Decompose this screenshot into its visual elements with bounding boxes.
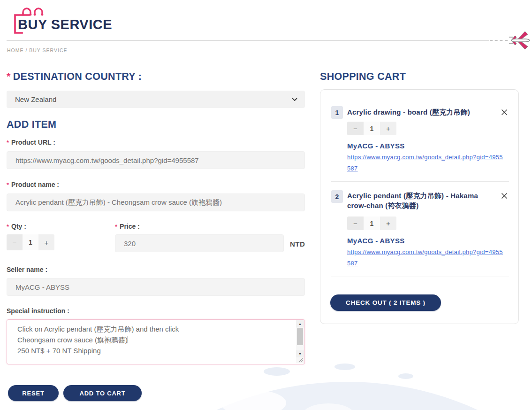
world-map-background [0,358,532,410]
add-item-heading: ADD ITEM [7,119,56,131]
cart-qty-increase-button[interactable]: + [380,122,396,135]
seller-name-label: Seller name : [7,266,47,273]
price-label: *Price : [115,223,140,230]
cart-item-url-link[interactable]: https://www.myacg.com.tw/goods_detail.ph… [347,152,503,174]
price-input[interactable] [115,234,284,252]
product-url-label: *Product URL : [7,139,55,146]
cart-item-number: 1 [331,106,343,119]
airplane-icon [508,29,530,52]
cart-item-name: Acrylic pendant (壓克力吊飾) - Hakama crow-ch… [347,191,490,210]
required-asterisk: * [7,71,11,82]
text-cursor [128,336,128,343]
header-divider [7,40,489,41]
remove-item-icon[interactable] [501,192,508,200]
cart-qty-stepper: − 1 + [347,217,396,230]
scroll-up-icon[interactable]: ▲ [296,320,304,327]
special-instruction-textarea[interactable]: Click on Acrylic pendant (壓克力吊飾) and the… [7,319,305,364]
scroll-down-icon[interactable]: ▼ [296,350,304,357]
special-instruction-label: Special instruction : [7,307,69,315]
cart-qty-decrease-button[interactable]: − [347,217,364,230]
cart-qty-decrease-button[interactable]: − [347,122,364,135]
remove-item-icon[interactable] [501,108,508,116]
page-title: BUY SERVICE [18,17,112,32]
shopping-cart-panel: 1 Acrylic drawing - board (壓克力吊飾) − 1 + … [320,89,519,324]
product-name-label: *Product name : [7,181,59,188]
product-name-input[interactable] [7,193,305,211]
reset-button[interactable]: RESET [8,385,59,401]
cart-item-seller: MyACG - ABYSS [347,237,405,245]
add-to-cart-button[interactable]: ADD TO CART [63,385,142,401]
shopping-cart-heading: SHOPPING CART [320,71,406,83]
cart-qty-stepper: − 1 + [347,122,396,135]
scrollbar-thumb[interactable] [297,328,303,345]
breadcrumb-separator: / [25,47,27,53]
qty-label: *Qty : [7,223,26,230]
seller-name-input[interactable] [7,278,305,296]
qty-increase-button[interactable]: + [38,234,54,250]
checkout-button[interactable]: CHECK OUT ( 2 ITEMS ) [330,294,441,311]
cart-item-number: 2 [331,190,343,203]
breadcrumb-current: BUY SERVICE [29,47,67,53]
destination-country-select[interactable]: New Zealand [7,91,305,108]
cart-qty-value: 1 [364,122,380,135]
qty-value: 1 [23,234,38,250]
divider [331,181,509,182]
breadcrumb-home-link[interactable]: HOME [7,47,24,53]
cart-item-name: Acrylic drawing - board (壓克力吊飾) [347,107,490,117]
cart-item-seller: MyACG - ABYSS [347,142,405,150]
chevron-down-icon [292,98,297,101]
product-url-input[interactable] [7,151,305,169]
qty-decrease-button[interactable]: − [7,234,23,250]
textarea-scrollbar[interactable]: ▲ ▼ [296,320,304,364]
special-instruction-text: Click on Acrylic pendant (壓克力吊飾) and the… [17,324,293,356]
header-divider-dashed [490,40,508,41]
qty-stepper: − 1 + [7,234,54,250]
cart-item-url-link[interactable]: https://www.myacg.com.tw/goods_detail.ph… [347,247,503,269]
resize-grip-icon[interactable] [296,357,304,364]
divider [331,277,509,277]
cart-qty-value: 1 [364,217,380,230]
destination-country-value: New Zealand [15,95,292,103]
currency-label: NTD [290,240,305,248]
destination-country-heading: *DESTINATION COUNTRY : [7,71,142,83]
breadcrumb: HOME / BUY SERVICE [7,47,68,53]
cart-qty-increase-button[interactable]: + [380,217,396,230]
buy-service-page: BUY SERVICE HOME / BUY SERVICE *DESTINAT… [0,0,532,410]
